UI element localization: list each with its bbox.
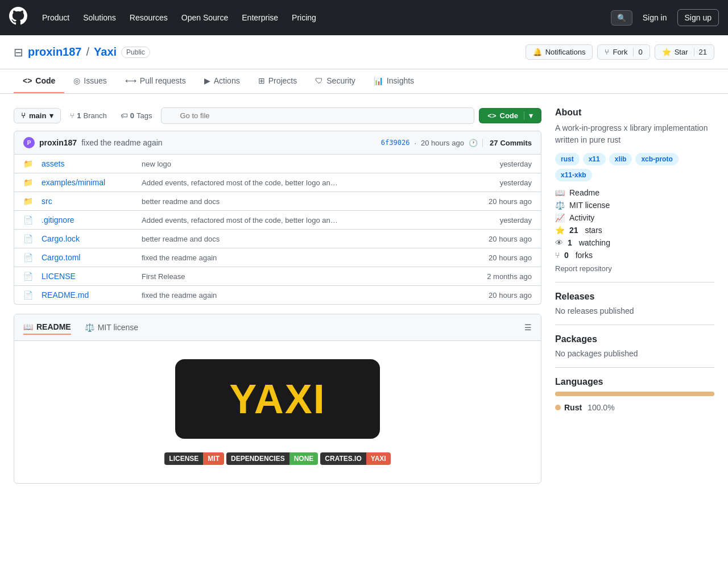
file-time: yesterday bbox=[475, 216, 532, 225]
file-commit-msg: better readme and docs bbox=[142, 197, 466, 206]
star-link-icon: ⭐ bbox=[555, 226, 565, 235]
language-bar bbox=[555, 392, 714, 396]
file-icon: 📄 bbox=[23, 234, 32, 243]
file-name-link[interactable]: assets bbox=[42, 159, 133, 168]
code-chevron-icon: ▾ bbox=[524, 111, 533, 120]
goto-file-input[interactable] bbox=[161, 107, 474, 124]
signup-button[interactable]: Sign up bbox=[677, 9, 719, 26]
badge-dependencies: DEPENDENCIES NONE bbox=[226, 452, 318, 465]
badge-license-left: LICENSE bbox=[164, 452, 203, 465]
badge-dep-right: NONE bbox=[289, 452, 318, 465]
file-time: 20 hours ago bbox=[475, 235, 532, 243]
search-button[interactable]: 🔍 bbox=[611, 10, 632, 26]
mit-license-tab[interactable]: ⚖️ MIT license bbox=[80, 321, 143, 334]
file-time: 2 months ago bbox=[475, 272, 532, 281]
file-name-link[interactable]: README.md bbox=[42, 290, 133, 300]
watching-link[interactable]: 👁 1 watching bbox=[555, 238, 714, 247]
avatar: P bbox=[23, 137, 35, 148]
topic-rust[interactable]: rust bbox=[555, 153, 580, 165]
signin-button[interactable]: Sign in bbox=[637, 10, 673, 26]
file-time: yesterday bbox=[475, 160, 532, 168]
file-name-link[interactable]: examples/minimal bbox=[42, 178, 133, 187]
badge-license: LICENSE MIT bbox=[164, 452, 224, 465]
tab-issues[interactable]: ◎ Issues bbox=[64, 69, 115, 93]
topic-x11[interactable]: x11 bbox=[583, 153, 606, 165]
file-commit-msg: fixed the readme again bbox=[142, 291, 466, 300]
file-commit-msg: Added events, refactored most of the cod… bbox=[142, 216, 466, 225]
fork-count: 0 bbox=[633, 48, 642, 56]
sidebar-divider-2 bbox=[555, 325, 714, 325]
nav-pricing[interactable]: Pricing bbox=[286, 10, 322, 26]
sidebar-links: 📖 Readme ⚖️ MIT license 📈 Activity ⭐ 21 … bbox=[555, 188, 714, 260]
tab-bar: <> Code ◎ Issues ⟷ Pull requests ▶ Actio… bbox=[0, 69, 728, 94]
search-icon: 🔍 bbox=[617, 14, 626, 22]
topic-xcb-proto[interactable]: xcb-proto bbox=[635, 153, 678, 165]
star-icon: ⭐ bbox=[662, 48, 671, 56]
github-logo[interactable] bbox=[9, 7, 27, 28]
repo-header: ⊟ proxin187 / Yaxi Public 🔔 Notification… bbox=[0, 35, 728, 69]
notifications-button[interactable]: 🔔 Notifications bbox=[526, 44, 593, 60]
readme-toc-button[interactable]: ☰ bbox=[524, 323, 532, 332]
star-button[interactable]: ⭐ Star 21 bbox=[655, 44, 714, 60]
file-row-license: 📄 LICENSE First Release 2 months ago bbox=[14, 267, 541, 286]
nav-items: Product Solutions Resources Open Source … bbox=[36, 10, 602, 26]
readme-tab[interactable]: 📖 README bbox=[23, 320, 71, 335]
tab-pull-requests[interactable]: ⟷ Pull requests bbox=[116, 69, 195, 93]
file-time: 20 hours ago bbox=[475, 253, 532, 262]
file-name-link[interactable]: Cargo.toml bbox=[42, 253, 133, 262]
mit-license-link[interactable]: ⚖️ MIT license bbox=[555, 201, 714, 210]
file-name-link[interactable]: Cargo.lock bbox=[42, 234, 133, 243]
file-name-link[interactable]: LICENSE bbox=[42, 272, 133, 281]
forks-link[interactable]: ⑂ 0 forks bbox=[555, 251, 714, 260]
releases-none: No releases published bbox=[555, 306, 714, 315]
license-link-icon: ⚖️ bbox=[555, 201, 565, 210]
repo-owner-link[interactable]: proxin187 bbox=[28, 45, 81, 59]
nav-enterprise[interactable]: Enterprise bbox=[236, 10, 284, 26]
visibility-badge: Public bbox=[121, 47, 150, 58]
top-navigation: Product Solutions Resources Open Source … bbox=[0, 0, 728, 35]
main-content: ⑂ main ▾ ⑂ 1 Branch 🏷 0 Tags <> Code ▾ bbox=[14, 107, 541, 484]
readme-link[interactable]: 📖 Readme bbox=[555, 188, 714, 197]
nav-open-source[interactable]: Open Source bbox=[176, 10, 234, 26]
activity-link[interactable]: 📈 Activity bbox=[555, 213, 714, 222]
topic-x11-xkb[interactable]: x11-xkb bbox=[555, 169, 592, 181]
report-repository-link[interactable]: Report repository bbox=[555, 264, 714, 273]
file-name-link[interactable]: .gitignore bbox=[42, 215, 133, 225]
badge-crates: CRATES.IO YAXI bbox=[320, 452, 390, 465]
folder-icon: 📁 bbox=[23, 178, 32, 187]
topic-xlib[interactable]: xlib bbox=[609, 153, 632, 165]
packages-section: Packages No packages published bbox=[555, 334, 714, 358]
badge-crates-right: YAXI bbox=[366, 452, 391, 465]
nav-right: 🔍 Sign in Sign up bbox=[611, 9, 719, 26]
branch-count-link[interactable]: ⑂ 1 Branch bbox=[65, 109, 111, 123]
code-button[interactable]: <> Code ▾ bbox=[479, 108, 541, 123]
tab-security[interactable]: 🛡 Security bbox=[306, 69, 365, 93]
file-icon: 📄 bbox=[23, 253, 32, 262]
badge-crates-left: CRATES.IO bbox=[320, 452, 366, 465]
languages-heading: Languages bbox=[555, 377, 714, 387]
repo-icon: ⊟ bbox=[14, 45, 23, 59]
readme-section: 📖 README ⚖️ MIT license ☰ YAXI LICENSE bbox=[14, 314, 541, 484]
commit-author[interactable]: proxin187 bbox=[39, 138, 77, 147]
releases-heading: Releases bbox=[555, 292, 714, 302]
folder-icon: 📁 bbox=[23, 197, 32, 206]
tab-insights[interactable]: 📊 Insights bbox=[365, 69, 423, 93]
nav-resources[interactable]: Resources bbox=[124, 10, 173, 26]
branch-selector[interactable]: ⑂ main ▾ bbox=[14, 108, 61, 123]
nav-product[interactable]: Product bbox=[36, 10, 75, 26]
tab-actions[interactable]: ▶ Actions bbox=[195, 69, 249, 93]
file-commit-msg: Added events, refactored most of the cod… bbox=[142, 178, 466, 187]
file-name-link[interactable]: src bbox=[42, 197, 133, 206]
lang-rust: Rust 100.0% bbox=[555, 403, 714, 412]
commits-count-link[interactable]: 27 Commits bbox=[482, 139, 532, 147]
stars-link[interactable]: ⭐ 21 stars bbox=[555, 226, 714, 235]
file-time: 20 hours ago bbox=[475, 197, 532, 206]
tab-projects[interactable]: ⊞ Projects bbox=[249, 69, 307, 93]
commit-hash[interactable]: 6f39026 bbox=[381, 139, 410, 147]
fork-button[interactable]: ⑂ Fork 0 bbox=[597, 44, 650, 60]
tab-code[interactable]: <> Code bbox=[14, 69, 64, 93]
nav-solutions[interactable]: Solutions bbox=[77, 10, 122, 26]
repo-name-link[interactable]: Yaxi bbox=[94, 45, 117, 59]
readme-body: YAXI LICENSE MIT DEPENDENCIES NONE CRATE… bbox=[14, 341, 541, 483]
tag-count-link[interactable]: 🏷 0 Tags bbox=[116, 109, 157, 123]
